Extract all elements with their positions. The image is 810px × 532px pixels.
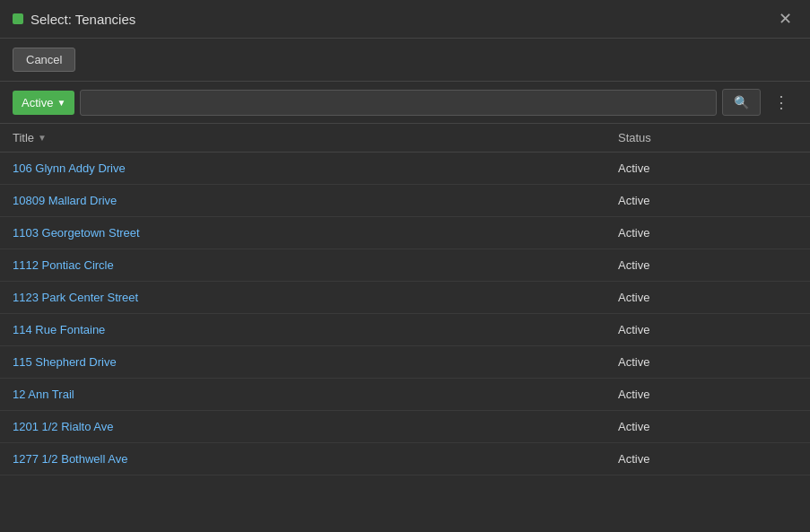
column-header-title[interactable]: Title ▼ xyxy=(13,131,618,144)
column-status-label: Status xyxy=(618,131,651,144)
search-button[interactable]: 🔍 xyxy=(722,89,761,116)
row-status: Active xyxy=(618,355,797,369)
row-status: Active xyxy=(618,452,797,466)
column-header-status: Status xyxy=(618,131,797,144)
row-status: Active xyxy=(618,388,797,401)
column-title-label: Title xyxy=(13,131,34,144)
row-title: 1123 Park Center Street xyxy=(13,291,618,304)
table-row[interactable]: 114 Rue FontaineActive xyxy=(0,314,810,346)
row-status: Active xyxy=(618,258,797,272)
row-title: 114 Rue Fontaine xyxy=(13,323,618,336)
row-title: 106 Glynn Addy Drive xyxy=(13,161,618,175)
table-header: Title ▼ Status xyxy=(0,124,810,153)
toolbar: Cancel xyxy=(0,39,810,82)
table-row[interactable]: 10809 Mallard DriveActive xyxy=(0,185,810,217)
title-area: Select: Tenancies xyxy=(13,12,135,27)
row-status: Active xyxy=(618,226,797,240)
row-title: 1201 1/2 Rialto Ave xyxy=(13,420,618,433)
table-row[interactable]: 1201 1/2 Rialto AveActive xyxy=(0,411,810,443)
row-status: Active xyxy=(618,291,797,304)
dialog-header: Select: Tenancies ✕ xyxy=(0,0,810,39)
table-row[interactable]: 1277 1/2 Bothwell AveActive xyxy=(0,443,810,475)
status-filter-label: Active xyxy=(22,96,53,109)
row-title: 1103 Georgetown Street xyxy=(13,226,618,240)
row-title: 12 Ann Trail xyxy=(13,388,618,401)
row-title: 1112 Pontiac Circle xyxy=(13,258,618,272)
sort-icon: ▼ xyxy=(38,133,47,143)
select-tenancies-dialog: Select: Tenancies ✕ Cancel Active ▼ 🔍 ⋮ … xyxy=(0,0,810,532)
dialog-title: Select: Tenancies xyxy=(30,12,135,27)
search-icon: 🔍 xyxy=(734,95,749,109)
cancel-button[interactable]: Cancel xyxy=(13,48,75,72)
table-row[interactable]: 1103 Georgetown StreetActive xyxy=(0,217,810,249)
search-input[interactable] xyxy=(80,90,717,116)
chevron-down-icon: ▼ xyxy=(57,98,65,108)
table-body: 106 Glynn Addy DriveActive10809 Mallard … xyxy=(0,153,810,532)
title-indicator xyxy=(13,13,23,24)
table-row[interactable]: 115 Shepherd DriveActive xyxy=(0,346,810,379)
more-icon: ⋮ xyxy=(773,93,790,111)
table-row[interactable]: 12 Ann TrailActive xyxy=(0,379,810,411)
row-status: Active xyxy=(618,323,797,336)
row-status: Active xyxy=(618,161,797,175)
row-title: 10809 Mallard Drive xyxy=(13,194,618,207)
close-button[interactable]: ✕ xyxy=(773,9,797,29)
more-options-button[interactable]: ⋮ xyxy=(766,89,797,116)
table-row[interactable]: 106 Glynn Addy DriveActive xyxy=(0,153,810,185)
row-title: 1277 1/2 Bothwell Ave xyxy=(13,452,618,466)
status-filter-dropdown[interactable]: Active ▼ xyxy=(13,91,74,115)
row-status: Active xyxy=(618,194,797,207)
row-title: 115 Shepherd Drive xyxy=(13,355,618,369)
table-row[interactable]: 1112 Pontiac CircleActive xyxy=(0,249,810,282)
filter-row: Active ▼ 🔍 ⋮ xyxy=(0,82,810,124)
table-row[interactable]: 1123 Park Center StreetActive xyxy=(0,282,810,314)
row-status: Active xyxy=(618,420,797,433)
